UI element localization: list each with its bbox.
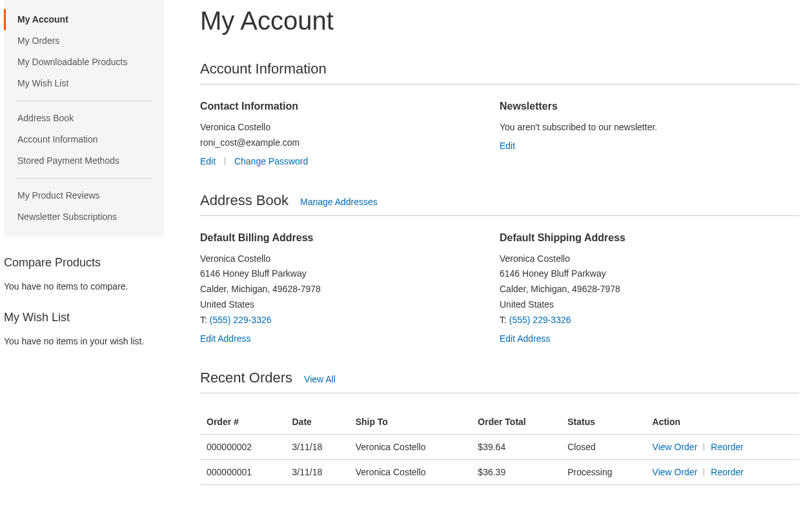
billing-country: United States bbox=[200, 297, 487, 313]
nav-item-my-orders[interactable]: My Orders bbox=[4, 30, 164, 52]
wishlist-block: My Wish List You have no items in your w… bbox=[4, 311, 164, 346]
reorder-link[interactable]: Reorder bbox=[711, 442, 744, 452]
cell-date: 3/11/18 bbox=[286, 459, 349, 484]
cell-total: $36.39 bbox=[471, 459, 561, 484]
shipping-phone-prefix: T: bbox=[500, 315, 507, 325]
reorder-link[interactable]: Reorder bbox=[711, 467, 744, 477]
change-password-link[interactable]: Change Password bbox=[234, 156, 308, 166]
newsletters-title: Newsletters bbox=[500, 101, 786, 112]
wishlist-empty: You have no items in your wish list. bbox=[4, 336, 164, 346]
wishlist-title: My Wish List bbox=[4, 311, 164, 324]
nav-item-my-account[interactable]: My Account bbox=[4, 9, 164, 30]
nav-item-stored-payment-methods[interactable]: Stored Payment Methods bbox=[4, 150, 164, 172]
nav-item-my-wish-list[interactable]: My Wish List bbox=[4, 73, 164, 94]
col-order: Order # bbox=[200, 410, 286, 435]
billing-name: Veronica Costello bbox=[200, 252, 487, 267]
recent-orders-table: Order # Date Ship To Order Total Status … bbox=[200, 410, 799, 485]
nav-delimiter bbox=[15, 101, 152, 101]
compare-products-empty: You have no items to compare. bbox=[4, 281, 164, 292]
newsletters-status: You aren't subscribed to our newsletter. bbox=[500, 120, 786, 135]
account-information-title-text: Account Information bbox=[200, 61, 327, 77]
contact-name: Veronica Costello bbox=[200, 120, 487, 135]
nav-item-newsletter-subscriptions[interactable]: Newsletter Subscriptions bbox=[4, 206, 164, 228]
shipping-address-box: Default Shipping Address Veronica Costel… bbox=[500, 232, 799, 344]
shipping-name: Veronica Costello bbox=[500, 252, 786, 267]
page-title: My Account bbox=[200, 6, 799, 35]
separator bbox=[704, 443, 704, 451]
view-all-orders-link[interactable]: View All bbox=[304, 374, 336, 384]
view-order-link[interactable]: View Order bbox=[653, 442, 698, 452]
billing-city: Calder, Michigan, 49628-7978 bbox=[200, 282, 487, 297]
separator bbox=[225, 157, 225, 165]
billing-street: 6146 Honey Bluff Parkway bbox=[200, 266, 487, 282]
shipping-address-title: Default Shipping Address bbox=[500, 232, 786, 244]
cell-status: Processing bbox=[561, 459, 645, 484]
cell-ship-to: Veronica Costello bbox=[349, 459, 472, 484]
col-status: Status bbox=[561, 410, 645, 435]
recent-orders-title: Recent Orders View All bbox=[200, 370, 799, 393]
cell-actions: View OrderReorder bbox=[646, 459, 799, 484]
view-order-link[interactable]: View Order bbox=[653, 467, 698, 477]
account-information-block: Account Information Contact Information … bbox=[200, 61, 799, 166]
newsletters-box: Newsletters You aren't subscribed to our… bbox=[500, 101, 799, 166]
shipping-street: 6146 Honey Bluff Parkway bbox=[500, 266, 786, 282]
contact-information-title: Contact Information bbox=[200, 101, 487, 112]
shipping-address-content: Veronica Costello 6146 Honey Bluff Parkw… bbox=[500, 252, 786, 328]
shipping-phone-line: T: (555) 229-3326 bbox=[500, 313, 786, 328]
cell-total: $39.64 bbox=[471, 434, 561, 459]
table-row: 0000000023/11/18Veronica Costello$39.64C… bbox=[200, 434, 799, 459]
billing-phone-link[interactable]: (555) 229-3326 bbox=[210, 315, 272, 325]
manage-addresses-link[interactable]: Manage Addresses bbox=[300, 197, 378, 207]
cell-order: 000000001 bbox=[200, 459, 286, 484]
cell-status: Closed bbox=[561, 434, 645, 459]
address-book-title-text: Address Book bbox=[200, 192, 289, 209]
account-nav: My AccountMy OrdersMy Downloadable Produ… bbox=[4, 0, 164, 237]
recent-orders-block: Recent Orders View All Order # Date Ship… bbox=[200, 370, 799, 485]
col-date: Date bbox=[286, 410, 349, 435]
edit-shipping-address-link[interactable]: Edit Address bbox=[500, 333, 551, 344]
col-total: Order Total bbox=[471, 410, 561, 435]
shipping-country: United States bbox=[500, 297, 786, 313]
billing-phone-prefix: T: bbox=[200, 315, 207, 325]
billing-address-content: Veronica Costello 6146 Honey Bluff Parkw… bbox=[200, 252, 487, 328]
nav-item-address-book[interactable]: Address Book bbox=[4, 108, 164, 129]
billing-phone-line: T: (555) 229-3326 bbox=[200, 313, 487, 328]
cell-order: 000000002 bbox=[200, 434, 286, 459]
contact-email: roni_cost@example.com bbox=[200, 135, 487, 151]
col-action: Action bbox=[646, 410, 799, 435]
address-book-title: Address Book Manage Addresses bbox=[200, 192, 799, 216]
main-content: My Account Account Information Contact I… bbox=[168, 0, 812, 511]
contact-information-box: Contact Information Veronica Costello ro… bbox=[200, 101, 500, 166]
cell-date: 3/11/18 bbox=[286, 434, 349, 459]
sidebar: My AccountMy OrdersMy Downloadable Produ… bbox=[0, 0, 168, 511]
nav-delimiter bbox=[15, 178, 152, 179]
billing-address-title: Default Billing Address bbox=[200, 232, 487, 244]
shipping-phone-link[interactable]: (555) 229-3326 bbox=[509, 315, 571, 325]
separator bbox=[704, 468, 704, 476]
edit-contact-link[interactable]: Edit bbox=[200, 156, 216, 166]
billing-address-box: Default Billing Address Veronica Costell… bbox=[200, 232, 500, 344]
shipping-city: Calder, Michigan, 49628-7978 bbox=[500, 282, 786, 297]
edit-newsletters-link[interactable]: Edit bbox=[500, 141, 515, 151]
account-information-title: Account Information bbox=[200, 61, 799, 84]
table-row: 0000000013/11/18Veronica Costello$36.39P… bbox=[200, 459, 799, 484]
compare-products-block: Compare Products You have no items to co… bbox=[4, 256, 164, 292]
recent-orders-title-text: Recent Orders bbox=[200, 370, 292, 386]
nav-item-account-information[interactable]: Account Information bbox=[4, 129, 164, 150]
table-header-row: Order # Date Ship To Order Total Status … bbox=[200, 410, 799, 435]
nav-item-my-product-reviews[interactable]: My Product Reviews bbox=[4, 185, 164, 206]
address-book-block: Address Book Manage Addresses Default Bi… bbox=[200, 192, 799, 344]
contact-information-content: Veronica Costello roni_cost@example.com bbox=[200, 120, 487, 151]
nav-item-my-downloadable-products[interactable]: My Downloadable Products bbox=[4, 52, 164, 73]
edit-billing-address-link[interactable]: Edit Address bbox=[200, 333, 251, 344]
col-ship-to: Ship To bbox=[349, 410, 472, 435]
compare-products-title: Compare Products bbox=[4, 256, 164, 270]
cell-actions: View OrderReorder bbox=[646, 434, 799, 459]
contact-actions: Edit Change Password bbox=[200, 156, 487, 166]
cell-ship-to: Veronica Costello bbox=[349, 434, 472, 459]
